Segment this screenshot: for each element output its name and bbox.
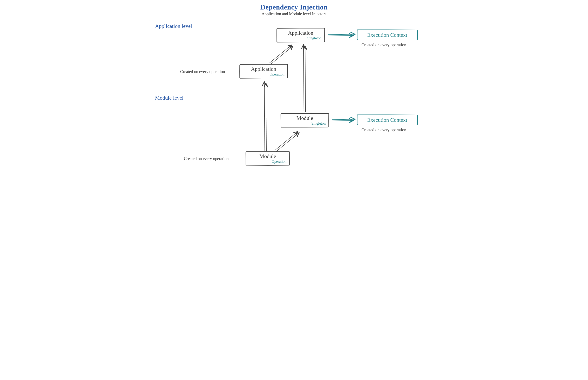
module-context-name: Execution Context bbox=[360, 117, 414, 123]
svg-line-0 bbox=[328, 34, 355, 35]
application-context-caption: Created on every operation bbox=[362, 42, 406, 47]
module-operation-tag: Operation bbox=[249, 159, 287, 164]
module-context-caption: Created on every operation bbox=[362, 128, 406, 132]
application-context-box: Execution Context bbox=[357, 30, 417, 40]
module-operation-box: Module Operation bbox=[246, 152, 290, 165]
module-level-label: Module level bbox=[155, 95, 184, 101]
arrow-app-operation-to-singleton bbox=[269, 45, 293, 64]
diagram-title: Dependency Injection bbox=[149, 3, 439, 11]
svg-line-11 bbox=[276, 133, 299, 152]
application-operation-caption: Created on every operation bbox=[180, 69, 225, 74]
application-singleton-tag: Singleton bbox=[280, 36, 322, 40]
svg-line-8 bbox=[264, 82, 265, 151]
application-operation-tag: Operation bbox=[243, 72, 285, 76]
application-singleton-name: Application bbox=[280, 30, 322, 36]
arrow-module-operation-to-app-operation bbox=[264, 82, 266, 151]
svg-line-10 bbox=[275, 132, 298, 150]
module-operation-name: Module bbox=[249, 153, 287, 159]
application-level-label: Application level bbox=[155, 23, 192, 29]
module-context-box: Execution Context bbox=[357, 115, 417, 125]
svg-line-2 bbox=[269, 45, 292, 63]
svg-line-6 bbox=[332, 119, 355, 120]
application-operation-box: Application Operation bbox=[240, 65, 287, 78]
application-singleton-box: Application Singleton bbox=[277, 28, 325, 42]
arrow-app-singleton-to-context bbox=[328, 34, 355, 36]
module-singleton-tag: Singleton bbox=[284, 121, 326, 126]
svg-line-9 bbox=[266, 83, 266, 151]
module-level-arrows bbox=[149, 92, 439, 174]
module-level-panel: Module level Module Singleton Execution … bbox=[149, 92, 439, 174]
svg-line-3 bbox=[271, 46, 293, 64]
svg-line-7 bbox=[332, 120, 353, 121]
module-operation-caption: Created on every operation bbox=[184, 156, 229, 161]
svg-line-1 bbox=[328, 36, 353, 36]
diagram-subtitle: Application and Module level Injectors bbox=[149, 12, 439, 16]
module-singleton-name: Module bbox=[284, 115, 326, 121]
arrow-module-operation-to-module-singleton bbox=[275, 132, 299, 152]
application-context-name: Execution Context bbox=[360, 32, 414, 38]
arrow-module-singleton-to-context bbox=[332, 119, 355, 121]
module-singleton-box: Module Singleton bbox=[281, 114, 329, 127]
application-level-panel: Application level Application Singleton … bbox=[149, 20, 439, 88]
diagram-root: Dependency Injection Application and Mod… bbox=[147, 0, 441, 182]
application-operation-name: Application bbox=[243, 66, 285, 72]
